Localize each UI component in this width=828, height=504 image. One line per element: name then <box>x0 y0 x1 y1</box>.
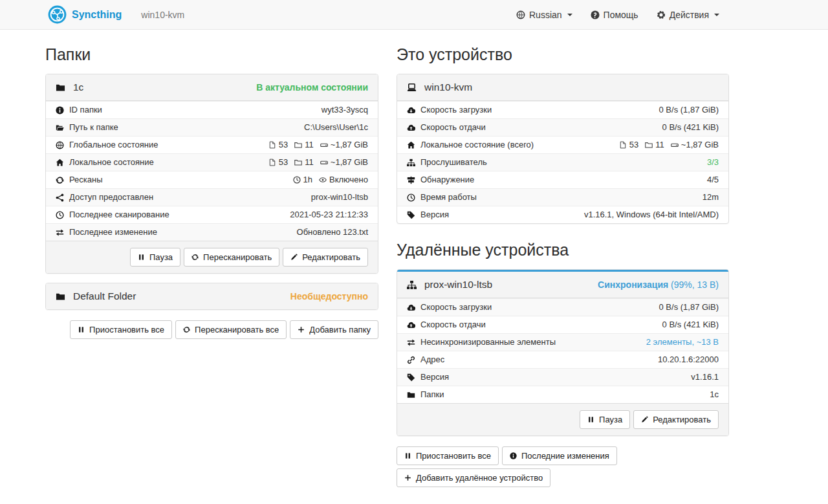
table-row: Папки 1c <box>397 386 728 403</box>
folder-status-badge: В актуальном состоянии <box>256 82 368 93</box>
folder-name: Default Folder <box>73 290 136 302</box>
remote-device-header[interactable]: prox-win10-ltsb Синхронизация (99%, 13 B… <box>397 272 728 298</box>
refresh-icon <box>183 326 190 333</box>
brand-name: Syncthing <box>72 9 122 21</box>
navbar-device-title: win10-kvm <box>141 10 184 20</box>
row-value: wyt33-3yscq <box>321 105 368 115</box>
home-icon <box>56 159 64 167</box>
table-row: Ресканы 1h Включено <box>46 171 378 188</box>
table-row: Локальное состояние 53 11 ~1,87 GiB <box>46 153 378 171</box>
help-link[interactable]: Помощь <box>591 10 638 20</box>
cloud-upload-icon <box>407 124 415 132</box>
table-row: Скорость отдачи 0 B/s (421 KiB) <box>397 316 728 333</box>
row-value: C:\Users\User\1c <box>304 122 368 133</box>
pause-button[interactable]: Пауза <box>130 248 180 267</box>
add-folder-button[interactable]: Добавить папку <box>290 320 378 339</box>
out-of-sync-items-link[interactable]: 2 элементы, ~13 B <box>646 337 719 347</box>
device-status-badge: Синхронизация (99%, 13 B) <box>598 279 719 290</box>
table-row: Путь к папке C:\Users\User\1c <box>46 118 378 136</box>
row-value: 53 11 ~1,87 GiB <box>268 157 368 168</box>
row-value: 2021-05-23 21:12:33 <box>290 210 368 220</box>
pause-icon <box>404 452 411 459</box>
devices-actions: Приостановить все Последние изменения До… <box>397 446 694 487</box>
chevron-down-icon <box>567 14 572 16</box>
row-label: Локальное состояние <box>69 157 154 168</box>
refresh-icon <box>191 254 199 261</box>
table-row: Последнее сканирование 2021-05-23 21:12:… <box>46 206 378 223</box>
edit-folder-button[interactable]: Редактировать <box>283 248 368 267</box>
file-icon <box>619 141 627 149</box>
hdd-icon <box>320 159 328 166</box>
main-content: Папки 1c В актуальном состоянии ID папки… <box>0 30 747 487</box>
rescan-button[interactable]: Пересканировать <box>184 248 279 267</box>
row-label: Глобальное состояние <box>69 140 158 150</box>
row-value: v1.16.1, Windows (64-bit Intel/AMD) <box>584 210 719 220</box>
actions-menu[interactable]: Действия <box>657 10 719 20</box>
add-remote-device-button[interactable]: Добавить удалённое устройство <box>397 468 550 487</box>
pause-all-folders-button[interactable]: Приостановить все <box>70 320 172 339</box>
row-value: 0 B/s (1,87 GiB) <box>659 302 719 312</box>
edit-device-button[interactable]: Редактировать <box>633 410 719 429</box>
remote-device-panel: prox-win10-ltsb Синхронизация (99%, 13 B… <box>397 269 729 436</box>
remote-devices-heading: Удалённые устройства <box>397 241 729 259</box>
globe-icon <box>516 10 525 19</box>
plus-icon <box>298 326 305 333</box>
row-label: Скорость загрузки <box>420 302 492 312</box>
row-value: 0 B/s (1,87 GiB) <box>659 105 719 115</box>
table-row: Версия v1.16.1, Windows (64-bit Intel/AM… <box>397 206 728 223</box>
cloud-upload-icon <box>407 321 415 329</box>
folders-column: Папки 1c В актуальном состоянии ID папки… <box>45 38 378 487</box>
row-label: Адрес <box>420 355 444 365</box>
this-device-panel: win10-kvm Скорость загрузки 0 B/s (1,87 … <box>397 74 729 224</box>
table-row: Последнее изменение Обновлено 123.txt <box>46 223 378 241</box>
file-icon <box>268 141 276 149</box>
pencil-icon <box>290 254 298 261</box>
tag-icon <box>407 211 415 219</box>
chevron-down-icon <box>714 14 719 16</box>
clock-icon <box>407 193 415 202</box>
language-label: Russian <box>529 10 562 20</box>
row-value: 0 B/s (421 KiB) <box>662 320 719 330</box>
this-device-header[interactable]: win10-kvm <box>397 74 728 101</box>
folder-outline-icon <box>294 159 302 166</box>
row-label: Последнее изменение <box>69 227 157 237</box>
file-icon <box>268 159 276 166</box>
table-row: Обнаружение 4/5 <box>397 171 728 188</box>
remote-device-footer: Пауза Редактировать <box>397 403 728 435</box>
hdd-icon <box>671 141 679 149</box>
recent-changes-button[interactable]: Последние изменения <box>502 446 617 465</box>
row-value: 4/5 <box>707 175 719 185</box>
help-label: Помощь <box>604 10 638 20</box>
table-row: Локальное состояние (всего) 53 11 ~1,87 … <box>397 136 728 153</box>
folder-icon <box>56 292 65 301</box>
row-label: Ресканы <box>69 175 103 185</box>
row-label: Доступ предоставлен <box>69 192 153 203</box>
hdd-icon <box>320 141 328 149</box>
row-label: Скорость отдачи <box>420 122 486 133</box>
folder-panel-header[interactable]: 1c В актуальном состоянии <box>46 74 378 101</box>
language-menu[interactable]: Russian <box>516 10 572 20</box>
table-row: Адрес 10.20.1.6:22000 <box>397 351 728 368</box>
brand[interactable]: Syncthing <box>48 5 122 24</box>
rescan-all-button[interactable]: Пересканировать все <box>175 320 287 339</box>
table-row: Скорость загрузки 0 B/s (1,87 GiB) <box>397 298 728 316</box>
table-row: Прослушиватель 3/3 <box>397 153 728 171</box>
navbar-right: Russian Помощь Действия <box>516 10 719 20</box>
row-value: 3/3 <box>707 157 719 168</box>
folders-actions: Приостановить все Пересканировать все До… <box>45 320 378 339</box>
row-label: Обнаружение <box>420 175 474 185</box>
question-circle-icon <box>591 10 600 19</box>
row-value: 53 11 ~1,87 GiB <box>619 140 719 150</box>
pause-all-devices-button[interactable]: Приостановить все <box>397 446 499 465</box>
table-row: Глобальное состояние 53 11 ~1,87 GiB <box>46 136 378 153</box>
folder-panel-header[interactable]: Default Folder Необщедоступно <box>46 283 378 309</box>
folder-name: 1c <box>73 82 83 93</box>
this-device-heading: Это устройство <box>397 45 729 64</box>
folder-panel-1c: 1c В актуальном состоянии ID папки wyt33… <box>45 74 378 274</box>
row-label: Путь к папке <box>69 122 118 133</box>
folder-open-icon <box>56 124 64 132</box>
folder-outline-icon <box>645 141 653 149</box>
globe-icon <box>56 141 64 149</box>
pause-device-button[interactable]: Пауза <box>580 410 630 429</box>
folder-icon <box>407 391 415 399</box>
